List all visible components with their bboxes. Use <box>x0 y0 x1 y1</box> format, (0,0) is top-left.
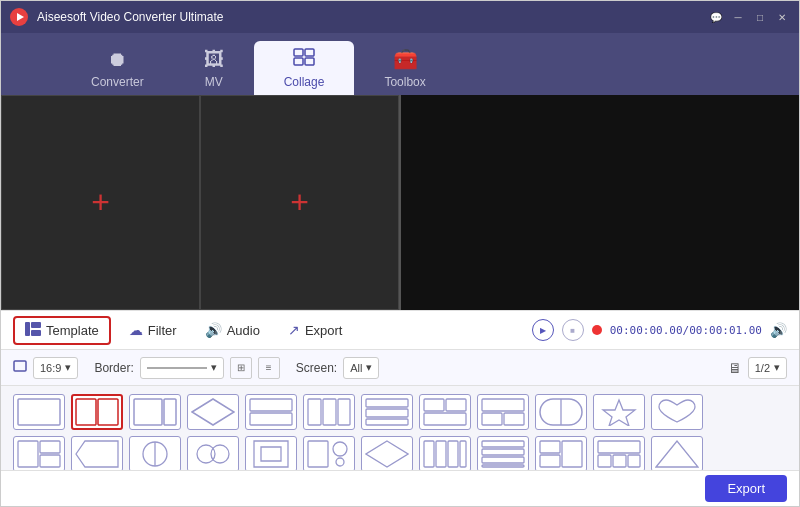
preview-panel-4 <box>600 95 799 310</box>
svg-rect-52 <box>540 441 560 453</box>
converter-icon: ⏺ <box>107 48 127 71</box>
page-select[interactable]: 1/2 ▾ <box>748 357 787 379</box>
template-item-6[interactable] <box>303 394 355 430</box>
tab-collage[interactable]: Collage <box>254 41 355 95</box>
window-controls: 💬 ─ □ ✕ <box>707 8 791 26</box>
template-item-10[interactable] <box>535 394 587 430</box>
template-item-7[interactable] <box>361 394 413 430</box>
tab-mv[interactable]: 🖼 MV <box>174 41 254 95</box>
tab-converter[interactable]: ⏺ Converter <box>61 41 174 95</box>
svg-rect-51 <box>482 465 524 467</box>
template-item-21[interactable] <box>477 436 529 470</box>
tab-collage-label: Collage <box>284 75 325 89</box>
template-item-12[interactable] <box>651 394 703 430</box>
toolbar-filter[interactable]: ☁ Filter <box>119 318 187 342</box>
template-item-19[interactable] <box>361 436 413 470</box>
ratio-select[interactable]: 16:9 ▾ <box>33 357 78 379</box>
template-item-23[interactable] <box>593 436 645 470</box>
ratio-chevron: ▾ <box>65 361 71 374</box>
svg-rect-2 <box>294 49 303 56</box>
close-btn[interactable]: ✕ <box>773 8 791 26</box>
template-item-3[interactable] <box>129 394 181 430</box>
preview-left: + + <box>1 95 401 310</box>
template-icon <box>25 322 41 339</box>
template-item-1[interactable] <box>13 394 65 430</box>
toolbar-audio[interactable]: 🔊 Audio <box>195 318 270 342</box>
tab-toolbox[interactable]: 🧰 Toolbox <box>354 41 455 95</box>
preview-panel-3 <box>401 95 600 310</box>
template-item-18[interactable] <box>303 436 355 470</box>
preview-area: + + <box>1 95 799 310</box>
toolbar-export[interactable]: ↗ Export <box>278 318 353 342</box>
export-icon: ↗ <box>288 322 300 338</box>
template-item-5[interactable] <box>245 394 297 430</box>
export-button[interactable]: Export <box>705 475 787 502</box>
play-button[interactable]: ▶ <box>532 319 554 341</box>
tab-converter-label: Converter <box>91 75 144 89</box>
border-select[interactable]: ▾ <box>140 357 224 379</box>
svg-rect-15 <box>250 399 292 411</box>
template-item-16[interactable] <box>187 436 239 470</box>
template-item-20[interactable] <box>419 436 471 470</box>
svg-rect-33 <box>40 441 60 453</box>
svg-rect-26 <box>482 399 524 411</box>
svg-rect-24 <box>446 399 466 411</box>
screen-select[interactable]: All ▾ <box>343 357 379 379</box>
svg-rect-32 <box>18 441 38 467</box>
ratio-group: 16:9 ▾ <box>13 357 78 379</box>
svg-rect-53 <box>562 441 582 467</box>
monitor-icon: 🖥 <box>728 360 742 376</box>
titlebar: Aiseesoft Video Converter Ultimate 💬 ─ □… <box>1 1 799 33</box>
template-item-24[interactable] <box>651 436 703 470</box>
border-line-preview <box>147 367 207 369</box>
template-item-4[interactable] <box>187 394 239 430</box>
ratio-icon <box>13 360 27 375</box>
filter-label: Filter <box>148 323 177 338</box>
app-title: Aiseesoft Video Converter Ultimate <box>37 10 707 24</box>
svg-rect-28 <box>504 413 524 425</box>
page-chevron: ▾ <box>774 361 780 374</box>
toolbar-template[interactable]: Template <box>13 316 111 345</box>
stop-button[interactable]: ■ <box>562 319 584 341</box>
message-btn[interactable]: 💬 <box>707 8 725 26</box>
svg-rect-20 <box>366 399 408 407</box>
svg-rect-12 <box>98 399 118 425</box>
nav-tabs: ⏺ Converter 🖼 MV Collage 🧰 Toolbox <box>1 33 799 95</box>
preview-panel-1[interactable]: + <box>1 95 200 310</box>
border-chevron: ▾ <box>211 361 217 374</box>
tab-mv-label: MV <box>205 75 223 89</box>
grid-pattern-btn[interactable]: ⊞ <box>230 357 252 379</box>
mv-icon: 🖼 <box>204 48 224 71</box>
maximize-btn[interactable]: □ <box>751 8 769 26</box>
preview-panel-2[interactable]: + <box>200 95 399 310</box>
minimize-btn[interactable]: ─ <box>729 8 747 26</box>
template-item-9[interactable] <box>477 394 529 430</box>
volume-icon[interactable]: 🔊 <box>770 322 787 338</box>
svg-rect-10 <box>18 399 60 425</box>
template-item-22[interactable] <box>535 436 587 470</box>
template-row-2 <box>13 436 787 470</box>
template-item-8[interactable] <box>419 394 471 430</box>
svg-rect-18 <box>323 399 336 425</box>
options-bar: 16:9 ▾ Border: ▾ ⊞ ≡ Screen: All ▾ <box>1 350 799 386</box>
svg-point-41 <box>333 442 347 456</box>
template-item-13[interactable] <box>13 436 65 470</box>
toolbox-icon: 🧰 <box>393 47 418 71</box>
stripe-pattern-btn[interactable]: ≡ <box>258 357 280 379</box>
template-item-15[interactable] <box>129 436 181 470</box>
svg-marker-35 <box>76 441 118 467</box>
toolbar: Template ☁ Filter 🔊 Audio ↗ Export ▶ ■ 0… <box>1 310 799 350</box>
border-group: Border: ▾ ⊞ ≡ <box>94 357 279 379</box>
template-item-14[interactable] <box>71 436 123 470</box>
svg-rect-44 <box>424 441 434 467</box>
template-item-11[interactable] <box>593 394 645 430</box>
page-value: 1/2 <box>755 362 770 374</box>
template-label: Template <box>46 323 99 338</box>
template-item-17[interactable] <box>245 436 297 470</box>
template-item-2[interactable] <box>71 394 123 430</box>
svg-rect-47 <box>460 441 466 467</box>
svg-rect-5 <box>305 58 314 65</box>
svg-rect-48 <box>482 441 524 447</box>
templates-grid <box>1 386 799 470</box>
svg-rect-40 <box>308 441 328 467</box>
